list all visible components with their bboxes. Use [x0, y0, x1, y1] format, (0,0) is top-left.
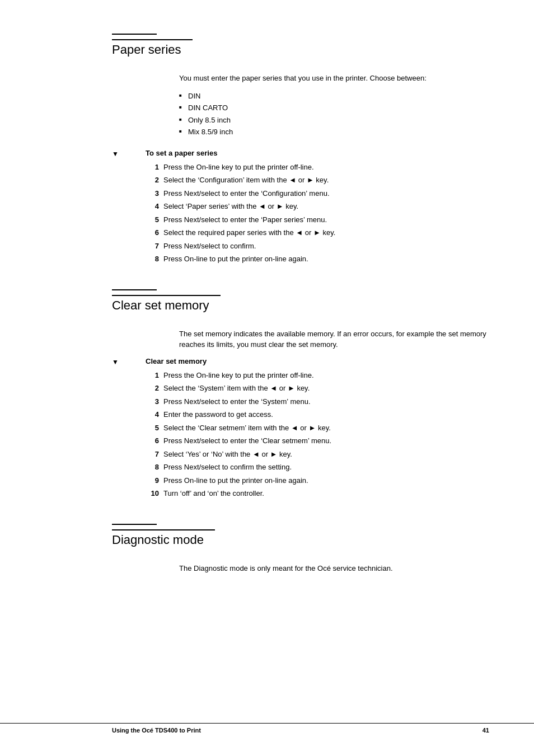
paper-series-section: Paper series You must enter the paper se…	[112, 34, 489, 267]
paper-series-steps: 1Press the On-line key to put the printe…	[146, 162, 489, 265]
diagnostic-mode-heading-wrapper: Diagnostic mode	[112, 524, 489, 554]
clear-set-memory-section: Clear set memory The set memory indicate…	[112, 289, 489, 501]
csm-step-7: 7Select ‘Yes’ or ‘No’ with the ◄ or ► ke…	[146, 449, 489, 460]
step-2: 2Select the ‘Configuration’ item with th…	[146, 175, 489, 186]
diagnostic-mode-section: Diagnostic mode The Diagnostic mode is o…	[112, 524, 489, 574]
clear-set-memory-heading-wrapper: Clear set memory	[112, 289, 489, 320]
step-6: 6Select the required paper series with t…	[146, 227, 489, 238]
step-3: 3Press Next/select to enter the ‘Configu…	[146, 188, 489, 199]
clear-set-memory-rule	[112, 289, 157, 290]
procedure-arrow-icon: ▼	[112, 149, 146, 267]
clear-set-memory-steps: 1Press the On-line key to put the printe…	[146, 370, 489, 499]
paper-series-procedure: ▼ To set a paper series 1Press the On-li…	[112, 149, 489, 267]
paper-series-procedure-title: To set a paper series	[146, 149, 489, 157]
footer-page-number: 41	[483, 727, 489, 734]
paper-series-rule	[112, 34, 157, 35]
list-item: DIN	[179, 91, 489, 102]
page: Paper series You must enter the paper se…	[0, 0, 534, 756]
step-7: 7Press Next/select to confirm.	[146, 241, 489, 252]
triangle-icon: ▼	[112, 150, 119, 158]
paper-series-intro: You must enter the paper series that you…	[179, 73, 489, 84]
paper-series-title: Paper series	[112, 39, 193, 57]
clear-set-memory-procedure-content: Clear set memory 1Press the On-line key …	[146, 357, 489, 501]
step-1: 1Press the On-line key to put the printe…	[146, 162, 489, 173]
triangle-icon-2: ▼	[112, 358, 119, 366]
clear-set-memory-procedure-title: Clear set memory	[146, 357, 489, 365]
step-8: 8Press On-line to put the printer on-lin…	[146, 253, 489, 265]
list-item: DIN CARTO	[179, 102, 489, 114]
csm-step-8: 8Press Next/select to confirm the settin…	[146, 462, 489, 473]
csm-step-5: 5Select the ‘Clear setmem’ item with the…	[146, 422, 489, 434]
csm-step-2: 2Select the ‘System’ item with the ◄ or …	[146, 383, 489, 394]
step-4: 4Select ‘Paper series’ with the ◄ or ► k…	[146, 201, 489, 212]
list-item: Only 8.5 inch	[179, 115, 489, 126]
list-item: Mix 8.5/9 inch	[179, 126, 489, 138]
footer-title: Using the Océ TDS400 to Print	[112, 727, 201, 734]
diagnostic-mode-title: Diagnostic mode	[112, 529, 215, 547]
csm-step-9: 9Press On-line to put the printer on-lin…	[146, 475, 489, 486]
paper-series-procedure-content: To set a paper series 1Press the On-line…	[146, 149, 489, 267]
clear-set-memory-procedure: ▼ Clear set memory 1Press the On-line ke…	[112, 357, 489, 501]
page-footer: Using the Océ TDS400 to Print 41	[0, 723, 534, 734]
step-5: 5Press Next/select to enter the ‘Paper s…	[146, 214, 489, 226]
clear-set-memory-title: Clear set memory	[112, 295, 221, 313]
diagnostic-mode-rule	[112, 524, 157, 525]
csm-step-3: 3Press Next/select to enter the ‘System’…	[146, 396, 489, 407]
csm-step-6: 6Press Next/select to enter the ‘Clear s…	[146, 435, 489, 447]
csm-step-4: 4Enter the password to get access.	[146, 409, 489, 420]
paper-series-bullets: DIN DIN CARTO Only 8.5 inch Mix 8.5/9 in…	[179, 91, 489, 138]
diagnostic-mode-intro: The Diagnostic mode is only meant for th…	[179, 563, 489, 574]
clear-set-memory-arrow-icon: ▼	[112, 357, 146, 501]
clear-set-memory-intro: The set memory indicates the available m…	[179, 328, 489, 350]
paper-series-heading-wrapper: Paper series	[112, 34, 489, 64]
csm-step-10: 10Turn ‘off’ and ‘on’ the controller.	[146, 488, 489, 499]
csm-step-1: 1Press the On-line key to put the printe…	[146, 370, 489, 381]
